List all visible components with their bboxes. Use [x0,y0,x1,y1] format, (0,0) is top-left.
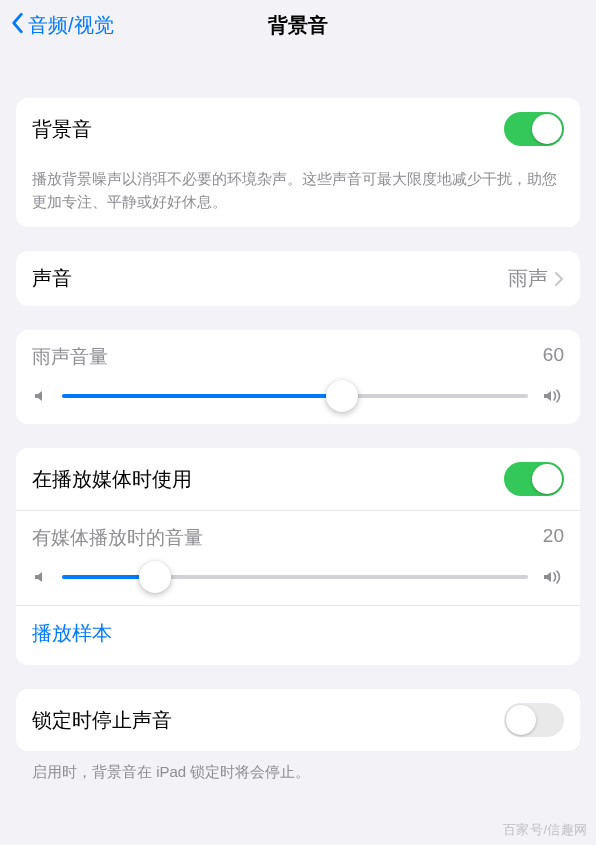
slider-thumb[interactable] [326,380,358,412]
media-toggle-label: 在播放媒体时使用 [32,466,504,493]
slider-fill [62,394,342,398]
volume-low-icon [32,569,48,585]
sound-label: 声音 [32,265,508,292]
media-volume-label: 有媒体播放时的音量 [32,525,203,551]
group-lock: 锁定时停止声音 [16,689,580,751]
watermark-text: 百家号/信趣网 [503,821,588,839]
lock-toggle-label: 锁定时停止声音 [32,707,504,734]
rain-volume-value: 60 [543,344,564,370]
media-volume-block: 有媒体播放时的音量 20 [16,510,580,605]
back-button[interactable]: 音频/视觉 [10,12,114,39]
toggle-knob [506,705,536,735]
background-sound-toggle[interactable] [504,112,564,146]
media-volume-value: 20 [543,525,564,551]
row-background-sound-toggle: 背景音 [16,98,580,160]
rain-volume-head: 雨声音量 60 [32,344,564,370]
rain-volume-block: 雨声音量 60 [16,330,580,424]
toggle-knob [532,114,562,144]
media-volume-slider[interactable] [32,569,564,585]
slider-thumb[interactable] [139,561,171,593]
volume-high-icon [542,569,564,585]
back-label: 音频/视觉 [28,12,114,39]
group-sound: 声音 雨声 [16,251,580,306]
chevron-right-icon [554,271,564,287]
slider-track [62,394,528,398]
rain-volume-slider[interactable] [32,388,564,404]
nav-header: 音频/视觉 背景音 [0,0,596,50]
group-media: 在播放媒体时使用 有媒体播放时的音量 20 播放样本 [16,448,580,665]
row-sound-picker[interactable]: 声音 雨声 [16,251,580,306]
volume-low-icon [32,388,48,404]
sound-value: 雨声 [508,265,548,292]
group-rain-volume: 雨声音量 60 [16,330,580,424]
background-sound-label: 背景音 [32,116,504,143]
lock-description: 启用时，背景音在 iPad 锁定时将会停止。 [0,751,596,784]
row-media-toggle: 在播放媒体时使用 [16,448,580,510]
lock-toggle[interactable] [504,703,564,737]
chevron-left-icon [10,12,24,39]
background-sound-description: 播放背景噪声以消弭不必要的环境杂声。这些声音可最大限度地减少干扰，助您更加专注、… [16,160,580,227]
media-volume-head: 有媒体播放时的音量 20 [32,525,564,551]
group-background-sound: 背景音 播放背景噪声以消弭不必要的环境杂声。这些声音可最大限度地减少干扰，助您更… [16,98,580,227]
rain-volume-label: 雨声音量 [32,344,108,370]
row-lock-toggle: 锁定时停止声音 [16,689,580,751]
volume-high-icon [542,388,564,404]
play-sample-button[interactable]: 播放样本 [16,605,580,665]
media-toggle[interactable] [504,462,564,496]
toggle-knob [532,464,562,494]
slider-track [62,575,528,579]
